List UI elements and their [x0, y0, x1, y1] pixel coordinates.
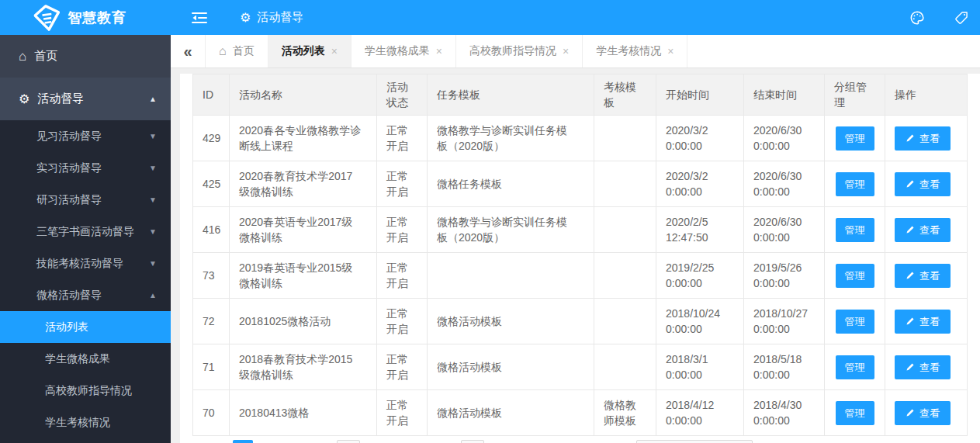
- pencil-icon: [906, 133, 915, 143]
- cell-activity-name: 2018春教育技术学2015 级微格训练: [230, 344, 377, 390]
- app-logo-icon: [34, 5, 61, 31]
- sidebar-item[interactable]: 实习活动督导 ▼: [0, 152, 171, 184]
- tab[interactable]: 学生微格成果 ×: [351, 35, 456, 67]
- cell-start-time: 2018/10/24 0:00:00: [656, 299, 744, 344]
- view-button-label: 查看: [919, 407, 940, 420]
- close-icon[interactable]: ×: [563, 45, 569, 57]
- cell-activity-status: 正常 开启: [377, 299, 428, 344]
- sidebar-home-label: 首页: [34, 49, 57, 64]
- close-icon[interactable]: ×: [436, 45, 442, 57]
- tab-scroll-left-icon[interactable]: «: [171, 35, 205, 67]
- cell-group-manage: 管理: [825, 344, 885, 390]
- sidebar-item-label: 学生考核情况: [45, 416, 110, 430]
- sidebar-item[interactable]: 技能考核活动督导 ▼: [0, 247, 171, 279]
- view-button[interactable]: 查看: [895, 264, 951, 288]
- sidebar-item[interactable]: 学生考核情况: [0, 407, 171, 438]
- table-card: ID 活动名称 活动 状态 任务模板 考核模 板 开始时间 结束时间 分组管 理…: [180, 74, 980, 443]
- cell-assess-template: [594, 344, 656, 390]
- home-icon: ⌂: [219, 45, 227, 57]
- pencil-icon: [906, 179, 915, 189]
- page-button-active[interactable]: 1: [233, 440, 253, 443]
- cell-start-time: 2020/3/2 0:00:00: [656, 161, 744, 207]
- cell-task-template: [428, 253, 594, 299]
- close-icon[interactable]: ×: [331, 45, 338, 57]
- sidebar: ⌂ 首页 ⚙ 活动督导 ▲ 见习活动督导 ▼ 实习活动督导 ▼ 研习活动督导 ▼…: [0, 35, 171, 443]
- cell-actions: 查看: [885, 253, 968, 299]
- tag-icon[interactable]: [954, 10, 969, 26]
- cell-group-manage: 管理: [825, 253, 885, 299]
- cell-id: 71: [193, 344, 230, 390]
- sidebar-item-home[interactable]: ⌂ 首页: [0, 35, 171, 78]
- sidebar-item[interactable]: 微格活动督导 ▲: [0, 279, 171, 311]
- sidebar-collapse-icon[interactable]: [192, 12, 207, 24]
- sidebar-item-label: 三笔字书画活动督导: [36, 225, 134, 239]
- chevron-icon: ▼: [149, 196, 157, 204]
- page-button[interactable]: [461, 440, 484, 443]
- col-id: ID: [193, 74, 230, 116]
- cell-activity-status: 正常 开启: [377, 116, 428, 161]
- sidebar-item[interactable]: 三笔字书画活动督导 ▼: [0, 216, 171, 247]
- brand-logo[interactable]: 智慧教育: [0, 0, 171, 35]
- tab[interactable]: ⌂ 首页: [205, 35, 268, 67]
- top-nav-module[interactable]: ⚙ 活动督导: [240, 10, 303, 25]
- view-button-label: 查看: [919, 269, 940, 282]
- cell-id: 72: [193, 299, 230, 344]
- col-end-time: 结束时间: [744, 74, 825, 116]
- cell-activity-name: 2020春英语专业2017级 微格训练: [230, 207, 377, 253]
- manage-button[interactable]: 管理: [836, 401, 874, 425]
- view-button[interactable]: 查看: [895, 355, 951, 379]
- sidebar-item-label: 研习活动督导: [36, 193, 102, 207]
- cell-id: 429: [193, 116, 230, 161]
- cell-end-time: 2020/6/30 0:00:00: [744, 161, 825, 207]
- theme-palette-icon[interactable]: [909, 9, 926, 26]
- cell-actions: 查看: [885, 116, 968, 161]
- view-button[interactable]: 查看: [895, 401, 951, 425]
- sidebar-item-label: 高校教师指导情况: [45, 384, 132, 398]
- cell-group-manage: 管理: [825, 116, 885, 161]
- sidebar-item[interactable]: 高校教师指导情况: [0, 375, 171, 407]
- sidebar-item-label: 实习活动督导: [36, 161, 102, 175]
- cell-group-manage: 管理: [825, 299, 885, 344]
- manage-button[interactable]: 管理: [836, 310, 874, 334]
- tab[interactable]: 高校教师指导情况 ×: [456, 35, 583, 67]
- sidebar-item[interactable]: 学生微格成果: [0, 343, 171, 375]
- tab-label: 学生考核情况: [596, 44, 661, 58]
- cell-activity-name: 20181025微格活动: [230, 299, 377, 344]
- activity-table: ID 活动名称 活动 状态 任务模板 考核模 板 开始时间 结束时间 分组管 理…: [192, 74, 968, 436]
- pagination: 1: [192, 436, 968, 443]
- page-size-select[interactable]: [636, 440, 753, 443]
- view-button[interactable]: 查看: [895, 218, 951, 242]
- view-button-label: 查看: [919, 361, 940, 374]
- cell-end-time: 2018/5/18 0:00:00: [744, 344, 825, 390]
- cell-actions: 查看: [885, 207, 968, 253]
- sidebar-item[interactable]: 见习活动督导 ▼: [0, 120, 171, 152]
- tab[interactable]: 活动列表 ×: [268, 35, 351, 67]
- table-row: 73 2019春英语专业2015级 微格训练 正常 开启 2019/2/25 0…: [193, 253, 968, 299]
- manage-button[interactable]: 管理: [836, 355, 874, 379]
- tab[interactable]: 学生考核情况 ×: [583, 35, 687, 67]
- top-nav-module-label: 活动督导: [257, 10, 303, 25]
- sidebar-item-label: 活动列表: [45, 320, 88, 334]
- sidebar-item[interactable]: 活动列表: [0, 311, 171, 343]
- col-task-template: 任务模板: [428, 74, 594, 116]
- close-icon[interactable]: ×: [667, 45, 674, 57]
- sidebar-item-activity-supervision[interactable]: ⚙ 活动督导 ▲: [0, 78, 171, 120]
- manage-button[interactable]: 管理: [836, 218, 874, 242]
- tab-label: 首页: [233, 44, 255, 58]
- manage-button[interactable]: 管理: [836, 126, 874, 151]
- col-start-time: 开始时间: [656, 74, 744, 116]
- manage-button[interactable]: 管理: [836, 264, 874, 288]
- view-button[interactable]: 查看: [895, 310, 951, 334]
- manage-button[interactable]: 管理: [836, 172, 874, 196]
- page-button[interactable]: [337, 440, 360, 443]
- app-title: 智慧教育: [68, 9, 126, 27]
- view-button[interactable]: 查看: [895, 126, 951, 151]
- chevron-icon: ▼: [149, 227, 157, 236]
- cell-actions: 查看: [885, 299, 968, 344]
- cell-activity-status: 正常 开启: [377, 207, 428, 253]
- view-button-label: 查看: [919, 132, 940, 145]
- sidebar-item-label: 学生微格成果: [45, 352, 110, 366]
- cell-id: 73: [193, 253, 230, 299]
- view-button[interactable]: 查看: [895, 172, 951, 196]
- sidebar-item[interactable]: 研习活动督导 ▼: [0, 184, 171, 216]
